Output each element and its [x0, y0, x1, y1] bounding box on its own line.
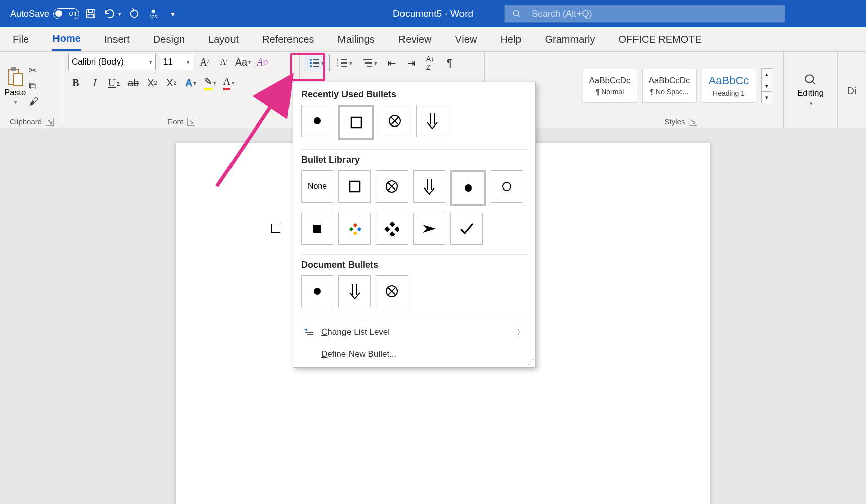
chevron-down-icon: ▾ [14, 99, 17, 105]
tab-home[interactable]: Home [52, 28, 81, 51]
decrease-font-icon[interactable]: Aˇ [216, 54, 232, 70]
search-icon [804, 73, 817, 86]
increase-font-icon[interactable]: A^ [197, 54, 212, 70]
document-title: Document5 - Word [393, 8, 473, 19]
svg-point-11 [310, 65, 312, 67]
svg-rect-7 [11, 67, 16, 71]
autosave-toggle[interactable]: AutoSave Off [10, 8, 79, 19]
style-no-spacing[interactable]: AaBbCcDc¶ No Spac... [642, 69, 697, 103]
bullets-button[interactable]: ▾ [304, 55, 330, 71]
bullets-dropdown: Recently Used Bullets Bullet Library Non… [293, 82, 536, 129]
clipboard-group-label: Clipboard [10, 117, 42, 126]
font-color-button[interactable]: A▾ [221, 75, 237, 90]
style-normal[interactable]: AaBbCcDc¶ Normal [583, 69, 637, 103]
styles-gallery-scroll[interactable]: ▴▾▾ [761, 68, 772, 103]
styles-dialog-launcher[interactable]: ↘ [689, 118, 697, 126]
search-placeholder: Search (Alt+Q) [532, 9, 592, 19]
svg-rect-28 [351, 117, 361, 128]
bullet-hollow-square[interactable] [338, 105, 374, 129]
paste-label: Paste [4, 88, 26, 98]
sort-icon[interactable]: A↓Z [423, 55, 438, 71]
group-styles: AaBbCcDc¶ Normal AaBbCcDc¶ No Spac... Aa… [579, 52, 784, 129]
copy-icon[interactable]: ⧉ [29, 80, 39, 92]
svg-point-24 [805, 75, 813, 82]
subscript-button[interactable]: X2 [145, 75, 160, 90]
search-icon [512, 9, 522, 18]
tab-view[interactable]: View [454, 29, 477, 50]
group-editing: Editing ▾ [784, 52, 838, 129]
highlight-color-button[interactable]: ✎▾ [202, 75, 217, 90]
tab-mailings[interactable]: Mailings [337, 29, 375, 50]
font-group-label: Font [168, 117, 183, 126]
strikethrough-button[interactable]: ab [126, 75, 141, 90]
title-bar: AutoSave Off ▾ ≡123 ▾ Document5 - Word S… [0, 0, 866, 27]
bullet-filled-circle[interactable] [301, 105, 333, 129]
show-marks-icon[interactable]: ¶ [442, 55, 457, 71]
svg-point-9 [310, 59, 312, 61]
tab-help[interactable]: Help [500, 29, 522, 50]
clipboard-icon [7, 67, 24, 87]
superscript-button[interactable]: X2 [164, 75, 179, 90]
bullet-circled-x[interactable] [379, 105, 411, 129]
clipboard-dialog-launcher[interactable]: ↘ [46, 118, 54, 126]
decrease-indent-icon[interactable]: ⇤ [384, 55, 399, 71]
toggle-switch[interactable]: Off [53, 8, 79, 19]
quick-access-toolbar: AutoSave Off ▾ ≡123 ▾ [10, 6, 180, 21]
group-clipboard: Paste ▾ ✂ ⧉ 🖌 Clipboard↘ [0, 52, 64, 129]
underline-button[interactable]: U▾ [106, 75, 122, 90]
ribbon-tabs: File Home Insert Design Layout Reference… [0, 27, 866, 52]
paste-button[interactable]: Paste ▾ [4, 67, 26, 105]
clear-formatting-icon[interactable]: A◇ [255, 54, 270, 70]
tab-grammarly[interactable]: Grammarly [545, 29, 596, 50]
tab-layout[interactable]: Layout [208, 29, 239, 50]
tab-review[interactable]: Review [398, 29, 432, 50]
undo-icon[interactable]: ▾ [102, 6, 123, 21]
svg-rect-2 [88, 14, 94, 18]
tab-office-remote[interactable]: OFFICE REMOTE [618, 29, 702, 50]
customize-qat-icon[interactable]: ▾ [165, 6, 180, 21]
svg-point-3 [131, 10, 138, 18]
styles-group-label: Styles [665, 117, 685, 126]
editing-find-button[interactable]: Editing ▾ [797, 73, 824, 107]
svg-line-25 [812, 81, 815, 84]
tab-references[interactable]: References [262, 29, 314, 50]
tab-file[interactable]: File [12, 29, 29, 50]
text-effects-icon[interactable]: A▾ [183, 75, 198, 90]
font-size-combo[interactable]: 11▾ [160, 54, 193, 70]
section-recent-heading: Recently Used Bullets [301, 89, 527, 100]
search-box[interactable]: Search (Alt+Q) [504, 5, 785, 23]
multilevel-list-button[interactable]: ▾ [359, 55, 380, 71]
equation-icon[interactable]: ≡123 [146, 6, 161, 21]
cut-icon[interactable]: ✂ [29, 64, 39, 76]
save-icon[interactable] [83, 6, 98, 21]
numbering-button[interactable]: 123▾ [334, 55, 355, 71]
redo-icon[interactable] [127, 6, 142, 21]
svg-rect-8 [14, 74, 23, 86]
svg-rect-1 [88, 10, 92, 13]
chevron-down-icon: ▾ [810, 100, 813, 107]
svg-point-10 [310, 62, 312, 64]
group-overflow: Di [838, 52, 866, 129]
svg-point-4 [513, 10, 519, 16]
svg-text:3: 3 [337, 65, 339, 68]
italic-button[interactable]: I [87, 75, 102, 90]
bullet-double-arrow-down[interactable] [416, 105, 448, 129]
font-name-combo[interactable]: Calibri (Body)▾ [68, 54, 156, 70]
svg-point-27 [314, 117, 321, 124]
change-case-button[interactable]: Aa▾ [236, 54, 251, 70]
overflow-label: Di [842, 54, 862, 128]
style-heading-1[interactable]: AaBbCcHeading 1 [702, 69, 756, 103]
bold-button[interactable]: B [68, 75, 83, 90]
font-dialog-launcher[interactable]: ↘ [187, 118, 195, 126]
increase-indent-icon[interactable]: ⇥ [403, 55, 419, 71]
tab-design[interactable]: Design [153, 29, 185, 50]
group-font: Calibri (Body)▾ 11▾ A^ Aˇ Aa▾ A◇ B I U▾ … [64, 52, 300, 129]
format-painter-icon[interactable]: 🖌 [29, 96, 39, 107]
autosave-label: AutoSave [10, 9, 49, 19]
tab-insert[interactable]: Insert [104, 29, 130, 50]
svg-line-5 [518, 15, 520, 17]
